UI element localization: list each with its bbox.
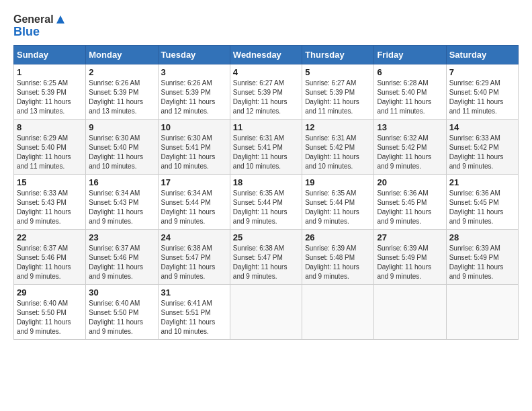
weekday-header-cell: Tuesday: [158, 46, 230, 64]
day-info: Sunrise: 6:37 AM Sunset: 5:46 PM Dayligh…: [17, 244, 83, 281]
day-info: Sunrise: 6:33 AM Sunset: 5:42 PM Dayligh…: [449, 134, 515, 171]
day-info: Sunrise: 6:27 AM Sunset: 5:39 PM Dayligh…: [305, 79, 371, 116]
weekday-header-cell: Monday: [86, 46, 158, 64]
day-number: 15: [17, 177, 83, 187]
day-number: 18: [233, 177, 299, 187]
calendar-day-cell: 25Sunrise: 6:38 AM Sunset: 5:47 PM Dayli…: [230, 230, 302, 285]
day-number: 2: [89, 67, 154, 77]
calendar-day-cell: 8Sunrise: 6:29 AM Sunset: 5:40 PM Daylig…: [14, 120, 86, 175]
day-number: 31: [161, 287, 227, 298]
weekday-header-cell: Wednesday: [230, 46, 302, 64]
day-info: Sunrise: 6:40 AM Sunset: 5:50 PM Dayligh…: [17, 299, 83, 336]
day-info: Sunrise: 6:31 AM Sunset: 5:41 PM Dayligh…: [233, 134, 299, 171]
calendar-day-cell: 1Sunrise: 6:25 AM Sunset: 5:39 PM Daylig…: [14, 64, 86, 120]
day-number: 24: [161, 232, 227, 242]
calendar-day-cell: 3Sunrise: 6:26 AM Sunset: 5:39 PM Daylig…: [158, 64, 230, 120]
calendar-day-cell: 26Sunrise: 6:39 AM Sunset: 5:48 PM Dayli…: [302, 230, 374, 285]
calendar-day-cell: 31Sunrise: 6:41 AM Sunset: 5:51 PM Dayli…: [158, 285, 230, 340]
day-number: 11: [233, 122, 299, 132]
day-number: 27: [377, 232, 443, 242]
day-number: 4: [233, 67, 299, 77]
calendar-day-cell: 11Sunrise: 6:31 AM Sunset: 5:41 PM Dayli…: [230, 120, 302, 175]
calendar-day-cell: 22Sunrise: 6:37 AM Sunset: 5:46 PM Dayli…: [14, 230, 86, 285]
calendar-day-cell: [446, 285, 518, 340]
day-info: Sunrise: 6:29 AM Sunset: 5:40 PM Dayligh…: [17, 134, 83, 171]
calendar-week-row: 8Sunrise: 6:29 AM Sunset: 5:40 PM Daylig…: [14, 120, 519, 175]
day-number: 28: [449, 232, 515, 242]
day-number: 3: [161, 67, 227, 77]
calendar-day-cell: 27Sunrise: 6:39 AM Sunset: 5:49 PM Dayli…: [374, 230, 446, 285]
calendar-day-cell: [374, 285, 446, 340]
calendar-week-row: 15Sunrise: 6:33 AM Sunset: 5:43 PM Dayli…: [14, 175, 519, 230]
day-info: Sunrise: 6:32 AM Sunset: 5:42 PM Dayligh…: [377, 134, 443, 171]
weekday-header-cell: Friday: [374, 46, 446, 64]
day-number: 13: [377, 122, 443, 132]
calendar-day-cell: 15Sunrise: 6:33 AM Sunset: 5:43 PM Dayli…: [14, 175, 86, 230]
calendar-day-cell: 28Sunrise: 6:39 AM Sunset: 5:49 PM Dayli…: [446, 230, 518, 285]
day-info: Sunrise: 6:27 AM Sunset: 5:39 PM Dayligh…: [233, 79, 299, 116]
day-info: Sunrise: 6:34 AM Sunset: 5:43 PM Dayligh…: [89, 189, 154, 226]
day-number: 7: [449, 67, 515, 77]
calendar-week-row: 29Sunrise: 6:40 AM Sunset: 5:50 PM Dayli…: [14, 285, 519, 340]
day-number: 25: [233, 232, 299, 242]
calendar-day-cell: 6Sunrise: 6:28 AM Sunset: 5:40 PM Daylig…: [374, 64, 446, 120]
day-number: 29: [17, 287, 83, 298]
calendar-day-cell: 23Sunrise: 6:37 AM Sunset: 5:46 PM Dayli…: [86, 230, 158, 285]
day-number: 21: [449, 177, 515, 187]
calendar-week-row: 1Sunrise: 6:25 AM Sunset: 5:39 PM Daylig…: [14, 64, 519, 120]
logo-general-text: General: [13, 13, 54, 26]
day-number: 16: [89, 177, 154, 187]
calendar-header: SundayMondayTuesdayWednesdayThursdayFrid…: [14, 46, 519, 64]
calendar-day-cell: 16Sunrise: 6:34 AM Sunset: 5:43 PM Dayli…: [86, 175, 158, 230]
day-info: Sunrise: 6:31 AM Sunset: 5:42 PM Dayligh…: [305, 134, 371, 171]
calendar-day-cell: 7Sunrise: 6:29 AM Sunset: 5:40 PM Daylig…: [446, 64, 518, 120]
day-number: 8: [17, 122, 83, 132]
day-info: Sunrise: 6:26 AM Sunset: 5:39 PM Dayligh…: [161, 79, 227, 116]
calendar-day-cell: [302, 285, 374, 340]
calendar-day-cell: 9Sunrise: 6:30 AM Sunset: 5:40 PM Daylig…: [86, 120, 158, 175]
day-number: 19: [305, 177, 371, 187]
weekday-header-row: SundayMondayTuesdayWednesdayThursdayFrid…: [14, 46, 519, 64]
logo: General Blue: [13, 13, 66, 38]
logo-blue-text: Blue: [13, 26, 66, 39]
day-info: Sunrise: 6:33 AM Sunset: 5:43 PM Dayligh…: [17, 189, 83, 226]
day-info: Sunrise: 6:40 AM Sunset: 5:50 PM Dayligh…: [89, 299, 154, 336]
weekday-header-cell: Thursday: [302, 46, 374, 64]
day-number: 20: [377, 177, 443, 187]
day-info: Sunrise: 6:35 AM Sunset: 5:44 PM Dayligh…: [305, 189, 371, 226]
day-number: 5: [305, 67, 371, 77]
day-info: Sunrise: 6:30 AM Sunset: 5:41 PM Dayligh…: [161, 134, 227, 171]
day-number: 12: [305, 122, 371, 132]
day-info: Sunrise: 6:39 AM Sunset: 5:48 PM Dayligh…: [305, 244, 371, 281]
calendar-day-cell: 21Sunrise: 6:36 AM Sunset: 5:45 PM Dayli…: [446, 175, 518, 230]
page-header: General Blue: [13, 13, 519, 38]
calendar-day-cell: 20Sunrise: 6:36 AM Sunset: 5:45 PM Dayli…: [374, 175, 446, 230]
day-number: 23: [89, 232, 154, 242]
calendar-day-cell: 30Sunrise: 6:40 AM Sunset: 5:50 PM Dayli…: [86, 285, 158, 340]
day-info: Sunrise: 6:26 AM Sunset: 5:39 PM Dayligh…: [89, 79, 154, 116]
day-number: 30: [89, 287, 154, 298]
day-number: 1: [17, 67, 83, 77]
day-info: Sunrise: 6:38 AM Sunset: 5:47 PM Dayligh…: [233, 244, 299, 281]
day-info: Sunrise: 6:39 AM Sunset: 5:49 PM Dayligh…: [377, 244, 443, 281]
logo-icon: [55, 14, 66, 25]
day-number: 9: [89, 122, 154, 132]
calendar-day-cell: 2Sunrise: 6:26 AM Sunset: 5:39 PM Daylig…: [86, 64, 158, 120]
calendar-day-cell: 14Sunrise: 6:33 AM Sunset: 5:42 PM Dayli…: [446, 120, 518, 175]
calendar-day-cell: 19Sunrise: 6:35 AM Sunset: 5:44 PM Dayli…: [302, 175, 374, 230]
calendar-day-cell: 5Sunrise: 6:27 AM Sunset: 5:39 PM Daylig…: [302, 64, 374, 120]
weekday-header-cell: Saturday: [446, 46, 518, 64]
calendar-day-cell: 29Sunrise: 6:40 AM Sunset: 5:50 PM Dayli…: [14, 285, 86, 340]
calendar-week-row: 22Sunrise: 6:37 AM Sunset: 5:46 PM Dayli…: [14, 230, 519, 285]
day-info: Sunrise: 6:41 AM Sunset: 5:51 PM Dayligh…: [161, 299, 227, 336]
calendar-day-cell: 12Sunrise: 6:31 AM Sunset: 5:42 PM Dayli…: [302, 120, 374, 175]
day-info: Sunrise: 6:25 AM Sunset: 5:39 PM Dayligh…: [17, 79, 83, 116]
calendar-day-cell: 10Sunrise: 6:30 AM Sunset: 5:41 PM Dayli…: [158, 120, 230, 175]
calendar-day-cell: 24Sunrise: 6:38 AM Sunset: 5:47 PM Dayli…: [158, 230, 230, 285]
day-number: 22: [17, 232, 83, 242]
weekday-header-cell: Sunday: [14, 46, 86, 64]
day-number: 10: [161, 122, 227, 132]
day-info: Sunrise: 6:29 AM Sunset: 5:40 PM Dayligh…: [449, 79, 515, 116]
calendar-day-cell: 4Sunrise: 6:27 AM Sunset: 5:39 PM Daylig…: [230, 64, 302, 120]
day-number: 17: [161, 177, 227, 187]
